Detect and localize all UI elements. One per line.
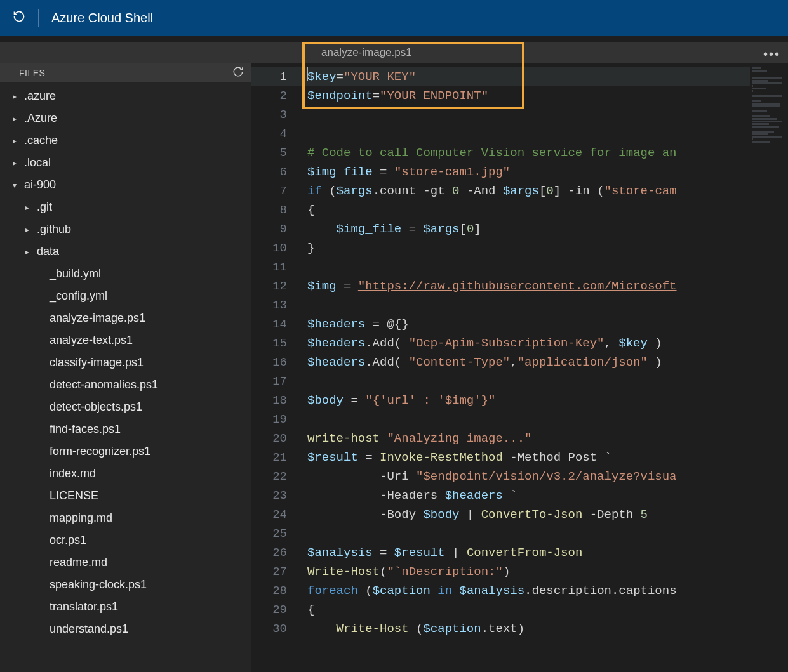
code-line[interactable]: $img = "https://raw.githubusercontent.co… <box>298 277 750 296</box>
titlebar: Azure Cloud Shell <box>0 0 788 36</box>
file-tree-file[interactable]: translator.ps1 <box>0 596 251 618</box>
line-number: 6 <box>251 162 298 181</box>
file-tree-file[interactable]: _build.yml <box>0 263 251 285</box>
file-tree-label: form-recognizer.ps1 <box>50 445 150 458</box>
code-line[interactable]: $headers.Add( "Ocp-Apim-Subscription-Key… <box>298 334 750 353</box>
code-line[interactable]: { <box>298 600 750 619</box>
code-line[interactable] <box>298 410 750 429</box>
file-tree-label: detect-anomalies.ps1 <box>50 378 158 392</box>
file-tree-file[interactable]: readme.md <box>0 551 251 574</box>
file-tree-label: _config.yml <box>50 289 107 303</box>
code-line[interactable]: # Code to call Computer Vision service f… <box>298 143 750 162</box>
code-line[interactable]: $analysis = $result | ConvertFrom-Json <box>298 543 750 562</box>
file-tree-folder[interactable]: ▾ai-900 <box>0 174 251 196</box>
line-number: 18 <box>251 391 298 410</box>
file-tree-label: .cache <box>24 134 58 147</box>
code-line[interactable]: { <box>298 201 750 220</box>
file-tree-folder[interactable]: ▸.git <box>0 196 251 218</box>
code-line[interactable] <box>298 372 750 391</box>
file-tree: ▸.azure▸.Azure▸.cache▸.local▾ai-900▸.git… <box>0 82 251 640</box>
file-tree-file[interactable]: find-faces.ps1 <box>0 418 251 440</box>
file-tree-label: ai-900 <box>24 178 56 192</box>
line-number: 4 <box>251 124 298 143</box>
line-number: 1 <box>251 67 298 86</box>
file-tree-file[interactable]: LICENSE <box>0 485 251 507</box>
code-line[interactable] <box>298 124 750 143</box>
file-tree-label: index.md <box>50 467 96 480</box>
file-tree-file[interactable]: classify-image.ps1 <box>0 352 251 374</box>
code-line[interactable]: foreach ($caption in $analysis.descripti… <box>298 581 750 600</box>
file-tree-file[interactable]: form-recognizer.ps1 <box>0 440 251 463</box>
file-tree-folder[interactable]: ▸data <box>0 240 251 263</box>
code-content[interactable]: $key="YOUR_KEY"$endpoint="YOUR_ENDPOINT"… <box>298 63 750 672</box>
app-title: Azure Cloud Shell <box>51 11 153 25</box>
file-tree-folder[interactable]: ▸.cache <box>0 129 251 152</box>
line-number: 10 <box>251 239 298 258</box>
code-line[interactable]: Write-Host("`nDescription:") <box>298 562 750 581</box>
code-line[interactable]: $key="YOUR_KEY" <box>298 67 750 86</box>
line-number: 27 <box>251 562 298 581</box>
minimap[interactable] <box>750 63 788 672</box>
refresh-files-icon[interactable] <box>232 66 244 80</box>
line-number: 16 <box>251 353 298 372</box>
file-tree-file[interactable]: _config.yml <box>0 285 251 307</box>
file-tree-file[interactable]: ocr.ps1 <box>0 529 251 551</box>
file-tree-file[interactable]: understand.ps1 <box>0 618 251 640</box>
line-number: 2 <box>251 86 298 105</box>
line-number: 24 <box>251 505 298 524</box>
file-tree-label: ocr.ps1 <box>50 534 86 547</box>
line-number: 28 <box>251 581 298 600</box>
code-line[interactable]: if ($args.count -gt 0 -And $args[0] -in … <box>298 181 750 201</box>
file-tree-file[interactable]: analyze-image.ps1 <box>0 307 251 329</box>
more-actions-icon[interactable]: ••• <box>763 47 780 62</box>
file-tree-label: .Azure <box>24 112 57 125</box>
line-number: 12 <box>251 277 298 296</box>
code-editor[interactable]: 1234567891011121314151617181920212223242… <box>251 63 788 672</box>
file-tree-folder[interactable]: ▸.local <box>0 152 251 174</box>
code-line[interactable]: -Body $body | ConvertTo-Json -Depth 5 <box>298 505 750 524</box>
line-number: 30 <box>251 619 298 638</box>
tab-active-file[interactable]: analyze-image.ps1 <box>302 42 431 63</box>
file-tree-label: detect-objects.ps1 <box>50 400 142 414</box>
line-number: 17 <box>251 372 298 391</box>
code-line[interactable]: -Headers $headers ` <box>298 486 750 505</box>
code-line[interactable] <box>298 296 750 315</box>
code-line[interactable]: $img_file = "store-cam1.jpg" <box>298 162 750 181</box>
file-tree-file[interactable]: mapping.md <box>0 507 251 529</box>
code-line[interactable]: $result = Invoke-RestMethod -Method Post… <box>298 448 750 467</box>
file-tree-label: analyze-text.ps1 <box>50 334 133 347</box>
titlebar-separator <box>38 9 39 27</box>
file-tree-label: speaking-clock.ps1 <box>50 578 147 591</box>
file-tree-label: translator.ps1 <box>50 600 118 614</box>
file-tree-file[interactable]: speaking-clock.ps1 <box>0 574 251 596</box>
code-line[interactable]: $headers = @{} <box>298 315 750 334</box>
code-line[interactable]: $endpoint="YOUR_ENDPOINT" <box>298 86 750 105</box>
code-line[interactable]: $img_file = $args[0] <box>298 220 750 239</box>
code-line[interactable] <box>298 105 750 124</box>
code-line[interactable] <box>298 258 750 277</box>
file-tree-folder[interactable]: ▸.Azure <box>0 107 251 129</box>
chevron-right-icon: ▸ <box>13 136 20 145</box>
code-line[interactable]: -Uri "$endpoint/vision/v3.2/analyze?visu… <box>298 467 750 486</box>
code-line[interactable]: write-host "Analyzing image..." <box>298 429 750 448</box>
file-tree-file[interactable]: detect-anomalies.ps1 <box>0 374 251 396</box>
code-line[interactable]: Write-Host ($caption.text) <box>298 619 750 638</box>
reconnect-icon[interactable] <box>13 10 25 25</box>
file-explorer: FILES ▸.azure▸.Azure▸.cache▸.local▾ai-90… <box>0 63 251 672</box>
chevron-down-icon: ▾ <box>13 181 20 190</box>
code-line[interactable]: } <box>298 239 750 258</box>
line-number: 29 <box>251 600 298 619</box>
editor-tabbar: analyze-image.ps1 ••• <box>0 42 788 63</box>
file-tree-folder[interactable]: ▸.azure <box>0 85 251 107</box>
file-tree-file[interactable]: analyze-text.ps1 <box>0 329 251 352</box>
file-tree-folder[interactable]: ▸.github <box>0 218 251 240</box>
code-line[interactable]: $headers.Add( "Content-Type","applicatio… <box>298 353 750 372</box>
code-line[interactable]: $body = "{'url' : '$img'}" <box>298 391 750 410</box>
file-tree-label: LICENSE <box>50 489 98 503</box>
file-tree-file[interactable]: index.md <box>0 463 251 485</box>
file-tree-file[interactable]: detect-objects.ps1 <box>0 396 251 418</box>
line-number: 9 <box>251 220 298 239</box>
line-number: 7 <box>251 181 298 201</box>
file-explorer-title: FILES <box>19 68 45 78</box>
code-line[interactable] <box>298 524 750 543</box>
